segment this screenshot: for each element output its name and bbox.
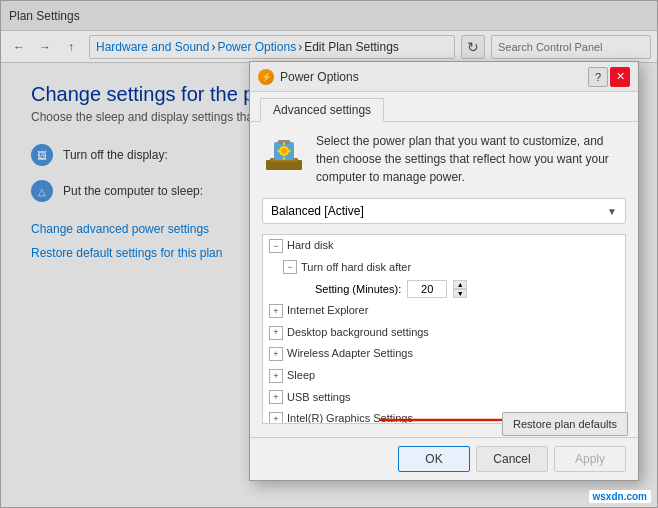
tree-label-desktop-bg: Desktop background settings bbox=[287, 324, 429, 342]
plan-dropdown-value: Balanced [Active] bbox=[271, 204, 364, 218]
hd-setting-label: Setting (Minutes): bbox=[315, 283, 401, 295]
tree-item-sleep[interactable]: + Sleep bbox=[263, 365, 625, 387]
power-options-dialog: ⚡ Power Options ? ✕ Advanced settings bbox=[249, 61, 639, 481]
modal-close-button[interactable]: ✕ bbox=[610, 67, 630, 87]
expand-sleep[interactable]: + bbox=[269, 369, 283, 383]
tree-item-wireless-adapter[interactable]: + Wireless Adapter Settings bbox=[263, 343, 625, 365]
svg-point-5 bbox=[281, 148, 287, 154]
tree-item-usb-settings[interactable]: + USB settings bbox=[263, 387, 625, 409]
apply-button[interactable]: Apply bbox=[554, 446, 626, 472]
plan-dropdown[interactable]: Balanced [Active] ▼ bbox=[262, 198, 626, 224]
tree-label-usb-settings: USB settings bbox=[287, 389, 351, 407]
modal-title-bar: ⚡ Power Options ? ✕ bbox=[250, 62, 638, 92]
expand-desktop-bg[interactable]: + bbox=[269, 326, 283, 340]
modal-controls: ? ✕ bbox=[588, 67, 630, 87]
tree-item-turn-off-hd[interactable]: − Turn off hard disk after bbox=[263, 257, 625, 279]
modal-tab-content: Select the power plan that you want to c… bbox=[250, 122, 638, 434]
expand-intel-graphics[interactable]: + bbox=[269, 412, 283, 424]
restore-plan-defaults-button[interactable]: Restore plan defaults bbox=[502, 412, 628, 436]
tree-label-internet-explorer: Internet Explorer bbox=[287, 302, 368, 320]
modal-tabs: Advanced settings bbox=[250, 92, 638, 122]
dropdown-arrow-icon: ▼ bbox=[607, 206, 617, 217]
expand-internet-explorer[interactable]: + bbox=[269, 304, 283, 318]
spin-down-button[interactable]: ▼ bbox=[453, 289, 467, 298]
modal-title-text: Power Options bbox=[280, 70, 359, 84]
tree-container[interactable]: − Hard disk − Turn off hard disk after S… bbox=[262, 234, 626, 424]
hd-setting-row: Setting (Minutes): ▲ ▼ bbox=[263, 278, 625, 300]
tree-label-turn-off-hd: Turn off hard disk after bbox=[301, 259, 411, 277]
tree-item-desktop-bg[interactable]: + Desktop background settings bbox=[263, 322, 625, 344]
dropdown-row: Balanced [Active] ▼ bbox=[262, 198, 626, 224]
modal-overlay: ⚡ Power Options ? ✕ Advanced settings bbox=[1, 1, 657, 507]
info-text: Select the power plan that you want to c… bbox=[316, 132, 626, 186]
info-section: Select the power plan that you want to c… bbox=[262, 132, 626, 186]
power-plan-icon bbox=[262, 132, 306, 176]
spin-up-button[interactable]: ▲ bbox=[453, 280, 467, 289]
tree-label-intel-graphics: Intel(R) Graphics Settings bbox=[287, 410, 413, 424]
cancel-button[interactable]: Cancel bbox=[476, 446, 548, 472]
spin-button-group: ▲ ▼ bbox=[453, 280, 467, 298]
main-window: Plan Settings ← → ↑ Hardware and Sound ›… bbox=[0, 0, 658, 508]
tab-advanced-settings[interactable]: Advanced settings bbox=[260, 98, 384, 122]
ok-button[interactable]: OK bbox=[398, 446, 470, 472]
modal-title-left: ⚡ Power Options bbox=[258, 69, 359, 85]
tree-item-internet-explorer[interactable]: + Internet Explorer bbox=[263, 300, 625, 322]
tree-label-hard-disk: Hard disk bbox=[287, 237, 333, 255]
expand-turn-off-hd[interactable]: − bbox=[283, 260, 297, 274]
watermark: wsxdn.com bbox=[589, 490, 651, 503]
tree-item-hard-disk[interactable]: − Hard disk bbox=[263, 235, 625, 257]
modal-footer: OK Cancel Apply bbox=[250, 437, 638, 480]
modal-power-icon: ⚡ bbox=[258, 69, 274, 85]
expand-usb-settings[interactable]: + bbox=[269, 390, 283, 404]
tree-label-wireless-adapter: Wireless Adapter Settings bbox=[287, 345, 413, 363]
expand-wireless-adapter[interactable]: + bbox=[269, 347, 283, 361]
modal-body: Advanced settings bbox=[250, 92, 638, 434]
tree-label-sleep: Sleep bbox=[287, 367, 315, 385]
expand-hard-disk[interactable]: − bbox=[269, 239, 283, 253]
hd-minutes-input[interactable] bbox=[407, 280, 447, 298]
modal-help-button[interactable]: ? bbox=[588, 67, 608, 87]
